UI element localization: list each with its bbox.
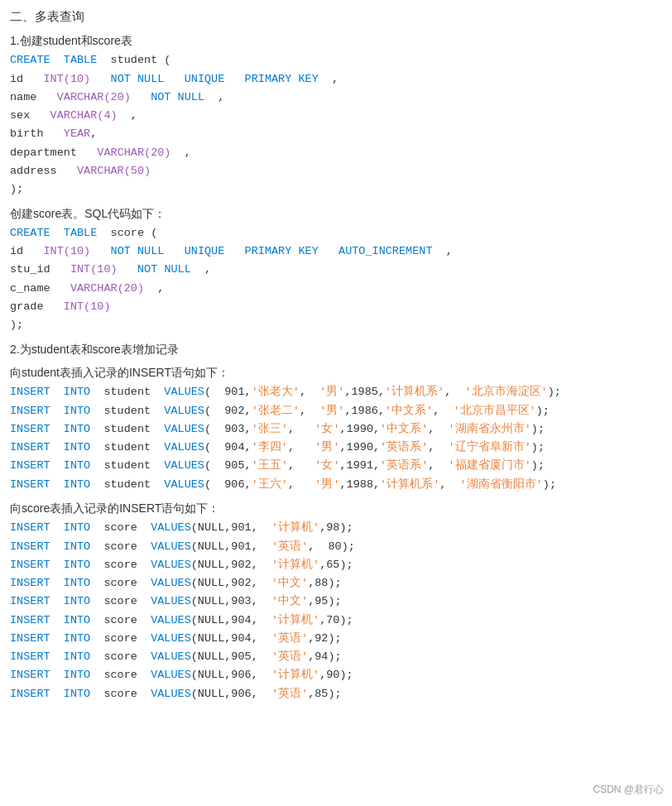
student-create-sql: CREATE TABLE student ( id INT(10) NOT NU…	[10, 51, 662, 199]
step1-title: 1.创建student和score表	[10, 31, 662, 50]
score-create-sql: CREATE TABLE score ( id INT(10) NOT NULL…	[10, 224, 662, 335]
section-title: 二、多表查询	[10, 7, 662, 26]
score-intro: 创建score表。SQL代码如下：	[10, 204, 662, 223]
step2-title: 2.为student表和score表增加记录	[10, 340, 662, 358]
student-inserts: INSERT INTO student VALUES( 901,'张老大', '…	[10, 383, 662, 494]
student-insert-intro: 向student表插入记录的INSERT语句如下：	[10, 363, 662, 381]
score-inserts: INSERT INTO score VALUES(NULL,901, '计算机'…	[10, 519, 662, 703]
main-content: 二、多表查询 1.创建student和score表 CREATE TABLE s…	[10, 7, 662, 703]
watermark: CSDN @君行心	[593, 782, 664, 798]
score-insert-intro: 向score表插入记录的INSERT语句如下：	[10, 499, 662, 517]
